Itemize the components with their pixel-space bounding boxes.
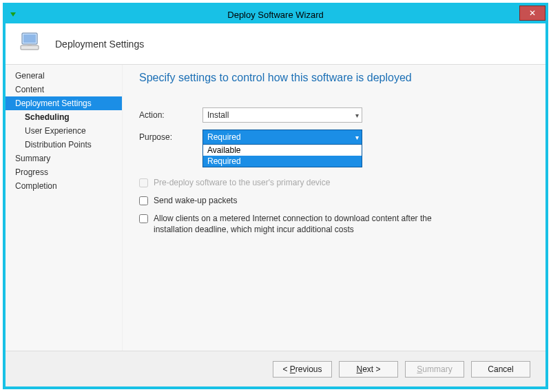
predeploy-checkbox bbox=[139, 178, 148, 187]
chevron-down-icon: ▾ bbox=[355, 134, 359, 141]
sidebar-item-user-experience[interactable]: User Experience bbox=[6, 124, 122, 138]
sidebar-item-label: Distribution Points bbox=[25, 140, 92, 149]
sidebar-item-label: Deployment Settings bbox=[15, 99, 92, 108]
sidebar-item-label: Scheduling bbox=[25, 112, 70, 122]
cancel-button[interactable]: Cancel bbox=[471, 361, 530, 378]
main-panel: Specify settings to control how this sof… bbox=[123, 65, 545, 351]
sidebar-item-content[interactable]: Content bbox=[6, 83, 122, 96]
option-label: Required bbox=[207, 156, 241, 166]
purpose-dropdown[interactable]: Required ▾ bbox=[202, 130, 362, 145]
action-dropdown[interactable]: Install ▾ bbox=[202, 107, 362, 123]
sidebar-item-summary[interactable]: Summary bbox=[6, 152, 122, 165]
cancel-label: Cancel bbox=[488, 364, 513, 374]
sidebar-item-label: Content bbox=[15, 85, 44, 94]
next-button[interactable]: Next > bbox=[339, 361, 398, 378]
header-band: Deployment Settings bbox=[6, 23, 545, 65]
svg-rect-4 bbox=[28, 44, 32, 46]
wakeup-checkbox[interactable] bbox=[139, 196, 148, 205]
purpose-dropdown-value: Required bbox=[207, 132, 241, 142]
wizard-sidebar: General Content Deployment Settings Sche… bbox=[6, 65, 123, 351]
purpose-option-available[interactable]: Available bbox=[203, 145, 362, 156]
wakeup-label: Send wake-up packets bbox=[154, 196, 237, 205]
sidebar-item-label: Summary bbox=[15, 154, 50, 163]
chevron-down-icon: ▾ bbox=[355, 112, 359, 119]
row-predeploy: Pre-deploy software to the user's primar… bbox=[139, 178, 530, 187]
sidebar-item-deployment-settings[interactable]: Deployment Settings bbox=[6, 96, 122, 110]
summary-button: Summary bbox=[405, 361, 464, 378]
close-icon: ✕ bbox=[529, 8, 536, 18]
titlebar: Deploy Software Wizard ✕ bbox=[6, 6, 545, 23]
monitor-icon bbox=[18, 30, 45, 58]
system-menu-icon[interactable] bbox=[6, 10, 22, 19]
metered-label: Allow clients on a metered Internet conn… bbox=[154, 214, 443, 235]
footer: < Previous Next > Summary Cancel bbox=[6, 351, 545, 386]
sidebar-item-distribution-points[interactable]: Distribution Points bbox=[6, 138, 122, 152]
sidebar-item-label: Progress bbox=[15, 167, 48, 177]
sidebar-item-label: User Experience bbox=[25, 126, 86, 136]
predeploy-label: Pre-deploy software to the user's primar… bbox=[154, 178, 330, 187]
label-action: Action: bbox=[139, 110, 202, 120]
sidebar-item-label: Completion bbox=[15, 181, 57, 191]
row-purpose: Purpose: Required ▾ Available Required bbox=[139, 130, 530, 145]
option-label: Available bbox=[207, 145, 240, 155]
purpose-dropdown-list: Available Required bbox=[202, 144, 362, 167]
body: General Content Deployment Settings Sche… bbox=[6, 65, 545, 351]
sidebar-item-label: General bbox=[15, 71, 45, 81]
purpose-option-required[interactable]: Required bbox=[203, 156, 362, 167]
row-action: Action: Install ▾ bbox=[139, 107, 530, 123]
action-dropdown-value: Install bbox=[207, 110, 229, 120]
label-purpose: Purpose: bbox=[139, 132, 202, 142]
section-heading: Specify settings to control how this sof… bbox=[139, 72, 530, 84]
svg-marker-0 bbox=[10, 12, 16, 17]
previous-button[interactable]: < Previous bbox=[273, 361, 332, 378]
sidebar-item-general[interactable]: General bbox=[6, 69, 122, 83]
page-title: Deployment Settings bbox=[55, 39, 144, 50]
window-title: Deploy Software Wizard bbox=[6, 10, 545, 20]
sidebar-item-completion[interactable]: Completion bbox=[6, 179, 122, 193]
metered-checkbox[interactable] bbox=[139, 214, 148, 223]
sidebar-item-scheduling[interactable]: Scheduling bbox=[6, 110, 122, 124]
close-button[interactable]: ✕ bbox=[519, 6, 545, 21]
sidebar-item-progress[interactable]: Progress bbox=[6, 165, 122, 179]
svg-rect-2 bbox=[23, 34, 36, 43]
wizard-window: Deploy Software Wizard ✕ Deployment Sett… bbox=[3, 3, 548, 389]
row-metered: Allow clients on a metered Internet conn… bbox=[139, 214, 530, 235]
row-wakeup: Send wake-up packets bbox=[139, 196, 530, 205]
